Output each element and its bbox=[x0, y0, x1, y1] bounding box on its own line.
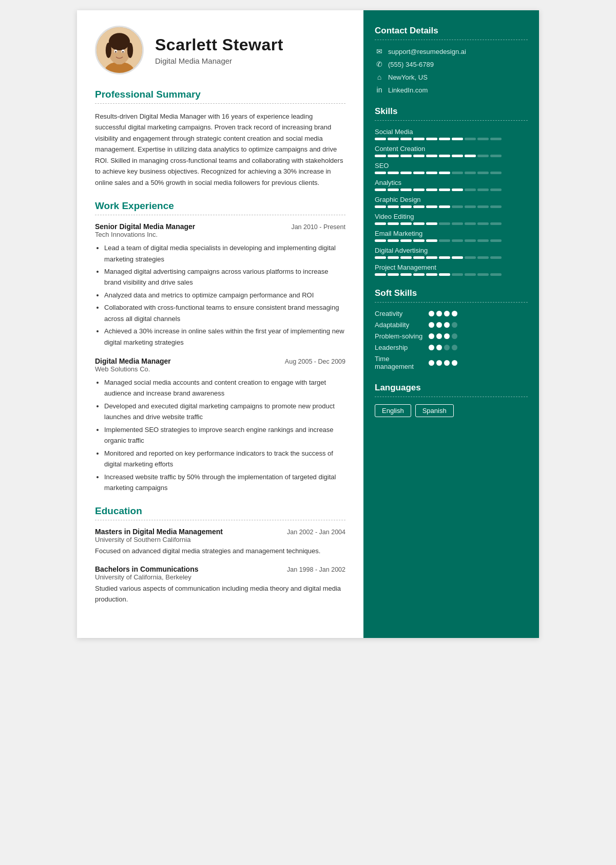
skill-bar-segment bbox=[388, 138, 399, 140]
resume-container: Scarlett Stewart Digital Media Manager P… bbox=[77, 10, 539, 638]
job-bullets: Managed social media accounts and conten… bbox=[95, 377, 345, 493]
skill-bar-segment bbox=[413, 138, 425, 140]
skill-bar-segment bbox=[400, 239, 412, 242]
contact-title: Contact Details bbox=[375, 26, 528, 36]
soft-skill-dots bbox=[429, 322, 457, 328]
right-column: Contact Details ✉ support@resumedesign.a… bbox=[363, 10, 539, 638]
skill-bar-segment bbox=[490, 239, 502, 242]
soft-skill-dot bbox=[452, 360, 457, 366]
skill-item: Graphic Design bbox=[375, 196, 528, 208]
job-subtitle: Digital Media Manager bbox=[155, 57, 283, 65]
soft-skill-item: Adaptability bbox=[375, 321, 528, 329]
skill-bar-segment bbox=[400, 205, 412, 208]
skill-bar-segment bbox=[439, 138, 450, 140]
soft-skill-dot bbox=[436, 345, 442, 350]
skill-bar-segment bbox=[465, 273, 476, 276]
skill-name: SEO bbox=[375, 162, 528, 170]
language-tag: Spanish bbox=[415, 404, 454, 417]
job-date: Aug 2005 - Dec 2009 bbox=[285, 358, 345, 365]
soft-skill-dot bbox=[444, 311, 450, 316]
soft-skill-item: Creativity bbox=[375, 310, 528, 317]
edu-date: Jan 1998 - Jan 2002 bbox=[287, 566, 345, 573]
soft-skill-dot bbox=[429, 345, 434, 350]
soft-skill-name: Leadership bbox=[375, 344, 429, 351]
skill-bar-segment bbox=[375, 138, 386, 140]
contact-list: ✉ support@resumedesign.ai ✆ (555) 345-67… bbox=[375, 47, 528, 94]
skill-name: Content Creation bbox=[375, 145, 528, 153]
skill-bar-segment bbox=[426, 172, 437, 174]
contact-item: in LinkedIn.com bbox=[375, 86, 528, 94]
edu-header: Bachelors in Communications Jan 1998 - J… bbox=[95, 565, 345, 573]
skill-bar-segment bbox=[490, 222, 502, 225]
skill-bar bbox=[375, 205, 528, 208]
skill-bar-segment bbox=[413, 222, 425, 225]
soft-skill-dots bbox=[429, 333, 457, 339]
skill-bar-segment bbox=[426, 222, 437, 225]
skill-bar-segment bbox=[413, 189, 425, 191]
skill-bar bbox=[375, 155, 528, 157]
skills-section: Skills Social Media Content Creation SEO… bbox=[375, 106, 528, 276]
skill-bar-segment bbox=[400, 138, 412, 140]
skill-bar-segment bbox=[452, 256, 463, 259]
skill-bar-segment bbox=[465, 222, 476, 225]
skill-bar-segment bbox=[388, 256, 399, 259]
skill-bar-segment bbox=[439, 205, 450, 208]
contact-item: ⌂ NewYork, US bbox=[375, 73, 528, 81]
skill-bar bbox=[375, 189, 528, 191]
svg-point-5 bbox=[106, 43, 111, 58]
edu-item: Masters in Digital Media Management Jan … bbox=[95, 528, 345, 557]
skill-bar-segment bbox=[413, 256, 425, 259]
skill-bar-segment bbox=[477, 222, 489, 225]
skill-bar-segment bbox=[388, 189, 399, 191]
skill-bar-segment bbox=[452, 155, 463, 157]
skill-bar-segment bbox=[452, 172, 463, 174]
contact-item: ✆ (555) 345-6789 bbox=[375, 60, 528, 68]
contact-section: Contact Details ✉ support@resumedesign.a… bbox=[375, 26, 528, 94]
contact-icon: in bbox=[375, 86, 384, 94]
skill-bar-segment bbox=[400, 155, 412, 157]
svg-point-4 bbox=[109, 33, 130, 50]
svg-point-9 bbox=[115, 51, 117, 53]
summary-divider bbox=[95, 103, 345, 104]
job-bullet: Managed digital advertising campaigns ac… bbox=[104, 266, 345, 288]
soft-skill-item: Leadership bbox=[375, 344, 528, 351]
skill-bar-segment bbox=[413, 273, 425, 276]
skill-bar-segment bbox=[477, 273, 489, 276]
contact-icon: ✉ bbox=[375, 47, 384, 55]
job-bullet: Monitored and reported on key performanc… bbox=[104, 448, 345, 470]
job-item: Digital Media Manager Aug 2005 - Dec 200… bbox=[95, 357, 345, 493]
skill-bar-segment bbox=[477, 138, 489, 140]
soft-skill-name: Adaptability bbox=[375, 321, 429, 329]
soft-skills-divider bbox=[375, 302, 528, 303]
skill-name: Graphic Design bbox=[375, 196, 528, 203]
job-bullet: Developed and executed digital marketing… bbox=[104, 401, 345, 423]
contact-text: support@resumedesign.ai bbox=[388, 48, 466, 55]
edu-desc: Studied various aspects of communication… bbox=[95, 584, 345, 605]
edu-date: Jan 2002 - Jan 2004 bbox=[287, 529, 345, 536]
skills-title: Skills bbox=[375, 106, 528, 117]
job-title: Senior Digital Media Manager bbox=[95, 222, 195, 231]
skill-bar-segment bbox=[400, 172, 412, 174]
skill-bar-segment bbox=[439, 239, 450, 242]
contact-icon: ⌂ bbox=[375, 73, 384, 81]
skill-bar-segment bbox=[426, 205, 437, 208]
summary-text: Results-driven Digital Media Manager wit… bbox=[95, 111, 345, 188]
avatar bbox=[95, 26, 144, 74]
skill-name: Project Management bbox=[375, 264, 528, 271]
soft-skill-dot bbox=[436, 311, 442, 316]
soft-skills-list: Creativity Adaptability Problem-solving … bbox=[375, 310, 528, 370]
edu-school: University of Southern California bbox=[95, 536, 345, 543]
skill-bar-segment bbox=[477, 189, 489, 191]
skill-bar-segment bbox=[426, 138, 437, 140]
soft-skill-dot bbox=[444, 322, 450, 328]
full-name: Scarlett Stewart bbox=[155, 35, 283, 54]
language-tag: English bbox=[375, 404, 411, 417]
edu-desc: Focused on advanced digital media strate… bbox=[95, 546, 345, 557]
skill-bar-segment bbox=[490, 256, 502, 259]
skill-bar-segment bbox=[477, 256, 489, 259]
soft-skill-dot bbox=[436, 322, 442, 328]
skill-bar-segment bbox=[400, 189, 412, 191]
edu-header: Masters in Digital Media Management Jan … bbox=[95, 528, 345, 536]
summary-title: Professional Summary bbox=[95, 89, 345, 100]
skill-bar-segment bbox=[426, 189, 437, 191]
